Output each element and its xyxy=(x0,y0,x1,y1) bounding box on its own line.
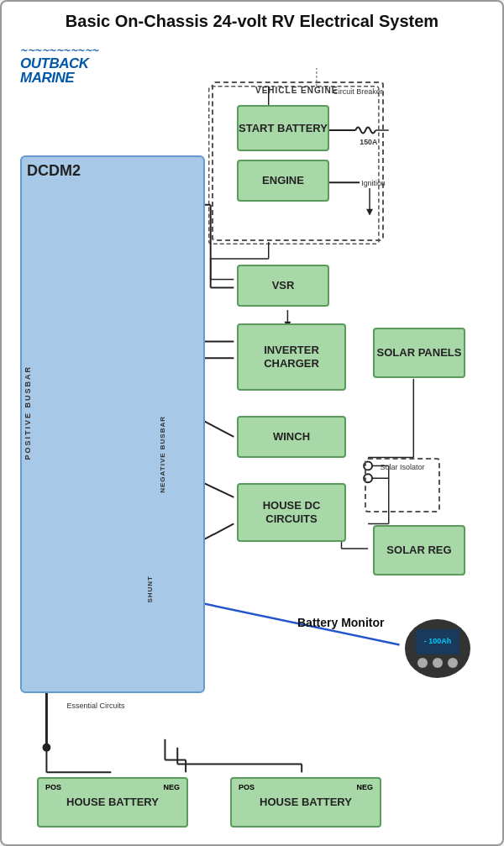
diagram-area: 〜〜〜〜〜〜〜〜〜〜〜 OUTBACK MARINE 150A Ignition xyxy=(12,38,492,828)
house-battery-left-neg: NEG xyxy=(163,783,180,791)
vehicle-engine-label: VEHICLE ENGINE xyxy=(255,86,338,95)
house-battery-right-neg: NEG xyxy=(356,783,373,791)
engine-label: Engine xyxy=(262,174,304,187)
house-battery-left-box: POS NEG House Battery xyxy=(37,777,188,828)
circuit-breaker-label: Circuit Breaker xyxy=(333,88,383,97)
solar-panels-box: Solar Panels xyxy=(373,328,465,378)
solar-reg-label: Solar Reg xyxy=(386,544,451,557)
house-battery-right-label: House Battery xyxy=(260,796,352,809)
negative-busbar-label: NEGATIVE BUSBAR xyxy=(159,416,166,493)
engine-box: Engine xyxy=(237,160,329,202)
vsr-label: VSR xyxy=(272,279,295,292)
inverter-charger-label: Inverter Charger xyxy=(239,344,344,370)
svg-line-68 xyxy=(202,482,234,497)
house-battery-left-label: House Battery xyxy=(66,796,159,809)
solar-reg-box: Solar Reg xyxy=(373,525,465,575)
vsr-box: VSR xyxy=(237,265,329,307)
house-dc-box: House DC Circuits xyxy=(237,483,346,542)
logo-text: OUTBACK MARINE xyxy=(20,56,129,85)
battery-monitor-label: Battery Monitor xyxy=(297,616,384,629)
positive-busbar-label: POSITIVE BUSBAR xyxy=(24,365,32,460)
page-title: Basic On-Chassis 24-volt RV Electrical S… xyxy=(12,12,492,31)
winch-label: Winch xyxy=(273,430,310,444)
svg-line-70 xyxy=(202,523,234,540)
monitor-screen: - 100Ah xyxy=(416,629,459,654)
dcdm2-box xyxy=(20,155,205,693)
house-battery-right-box: POS NEG House Battery xyxy=(230,777,381,828)
essential-circuits-label: Essential Circuits xyxy=(58,701,134,710)
winch-box: Winch xyxy=(237,416,346,458)
house-dc-label: House DC Circuits xyxy=(239,499,344,525)
monitor-reading: - 100Ah xyxy=(424,638,452,646)
start-battery-label: Start Battery xyxy=(239,122,328,135)
solar-isolator-label: Solar Isolator xyxy=(370,463,435,471)
start-battery-box: Start Battery xyxy=(237,105,329,151)
svg-point-40 xyxy=(42,744,50,752)
solar-panels-label: Solar Panels xyxy=(377,346,462,360)
svg-line-66 xyxy=(202,420,234,437)
monitor-icon-2 xyxy=(433,658,443,668)
battery-monitor-device: - 100Ah xyxy=(405,619,470,678)
logo: 〜〜〜〜〜〜〜〜〜〜〜 OUTBACK MARINE xyxy=(20,46,129,85)
house-battery-right-pos: POS xyxy=(239,783,255,791)
dcdm2-label: DCDM2 xyxy=(27,162,81,180)
shunt-label: SHUNT xyxy=(146,575,154,603)
monitor-icon-3 xyxy=(448,658,458,668)
monitor-icons xyxy=(417,658,458,668)
page-container: Basic On-Chassis 24-volt RV Electrical S… xyxy=(0,0,504,846)
inverter-charger-box: Inverter Charger xyxy=(237,323,346,391)
monitor-icon-1 xyxy=(417,658,428,668)
house-battery-left-pos: POS xyxy=(45,783,61,791)
